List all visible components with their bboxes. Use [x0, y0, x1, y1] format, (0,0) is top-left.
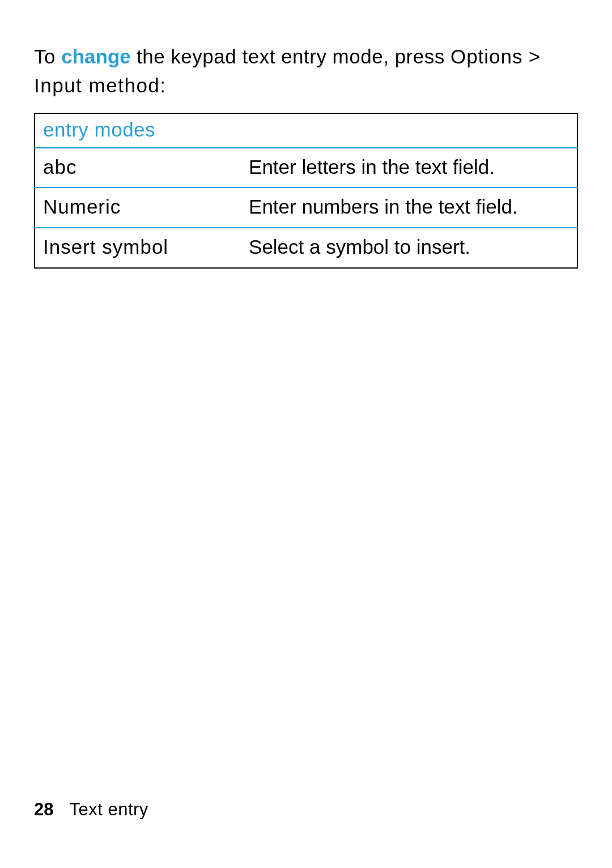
- mode-name: abc: [35, 147, 241, 188]
- intro-text-1: To: [34, 45, 61, 67]
- mode-name: Insert symbol: [35, 228, 241, 268]
- table-header: entry modes: [35, 113, 577, 148]
- intro-options-key: Options: [450, 45, 523, 67]
- intro-text-2: the keypad text entry mode, press: [131, 45, 450, 67]
- table-row: Insert symbol Select a symbol to insert.: [35, 228, 577, 268]
- intro-text-3: >: [523, 45, 541, 67]
- page-number: 28: [34, 799, 53, 819]
- mode-desc: Enter numbers in the text field.: [241, 188, 577, 228]
- intro-text-4: :: [160, 74, 165, 96]
- intro-input-method: Input method: [34, 74, 160, 96]
- table-row: abc Enter letters in the text field.: [35, 147, 577, 188]
- mode-desc: Select a symbol to insert.: [241, 228, 577, 268]
- section-title: Text entry: [69, 799, 148, 819]
- entry-modes-table: entry modes abc Enter letters in the tex…: [34, 113, 578, 269]
- page-footer: 28Text entry: [34, 799, 148, 820]
- table-row: Numeric Enter numbers in the text field.: [35, 188, 577, 228]
- mode-desc: Enter letters in the text field.: [241, 147, 577, 188]
- intro-paragraph: To change the keypad text entry mode, pr…: [34, 42, 578, 100]
- intro-change-word: change: [61, 45, 131, 67]
- mode-name: Numeric: [35, 188, 241, 228]
